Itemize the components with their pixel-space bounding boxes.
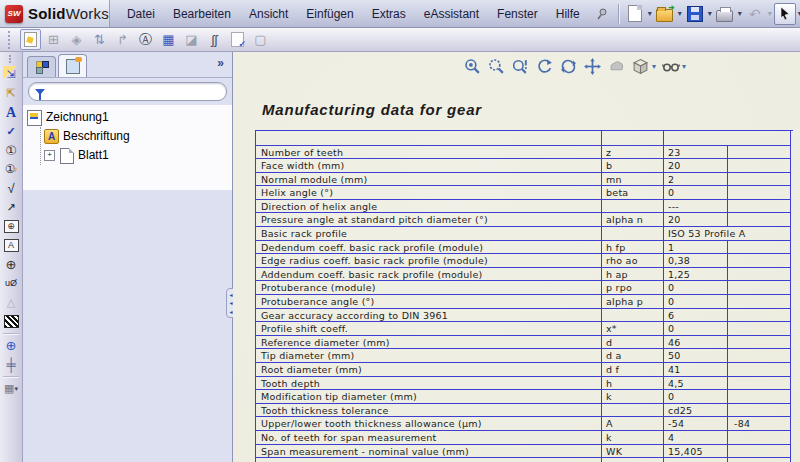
undo-dropdown[interactable]: ▾ (767, 9, 773, 18)
menu-ansicht[interactable]: Ansicht (240, 1, 297, 27)
drawing-toolbar: ⊞ ◈ ⇅ ↱ Ⓐ ▦ ◪ ʃʃ ▢ (0, 28, 800, 52)
smart-dimension-icon[interactable]: ⇲ (3, 66, 20, 83)
spell-checker-icon[interactable]: ✓ (3, 123, 20, 140)
geometric-tolerance-icon[interactable]: ⊕ (3, 218, 20, 235)
table-row: Direction of helix angle--- (256, 200, 793, 214)
table-cell: Profile shift coeff. (256, 322, 602, 336)
view-orientation-dropdown[interactable]: ▾ (652, 62, 656, 71)
standard-3-view-icon[interactable]: ▦ (158, 29, 179, 50)
menu-einfuegen[interactable]: Einfügen (297, 1, 362, 27)
datum-feature-icon[interactable]: A (3, 237, 20, 254)
section-view-icon[interactable]: ⇅ (89, 29, 110, 50)
break-view-icon[interactable]: ʃʃ (204, 29, 225, 50)
table-row: Reference diameter (mm)d46 (256, 336, 793, 350)
datum-target-icon[interactable]: ⊕ (3, 256, 20, 273)
view-orientation-icon[interactable] (631, 57, 650, 76)
auto-balloon-icon[interactable]: ①ϟ (3, 161, 20, 178)
centerline-icon[interactable]: ╪ (3, 356, 20, 373)
tree-item-beschriftung[interactable]: A Beschriftung (44, 127, 232, 146)
feature-tree: Zeichnung1 A Beschriftung + Blatt1 (23, 105, 232, 190)
zoom-to-fit-icon[interactable] (463, 57, 482, 76)
open-dropdown[interactable]: ▾ (677, 9, 683, 18)
pin-icon[interactable] (591, 3, 613, 25)
rotate-view-icon[interactable] (535, 57, 554, 76)
tree-item-blatt1[interactable]: + Blatt1 (44, 146, 232, 165)
3d-drawing-view-icon[interactable] (607, 57, 626, 76)
filter-bar[interactable] (28, 82, 227, 101)
menu-eassistant[interactable]: eAssistant (415, 1, 488, 27)
table-cell: Tip diameter (mm) (256, 349, 602, 363)
menu-hilfe[interactable]: Hilfe (547, 1, 589, 27)
detail-view-icon[interactable]: Ⓐ (135, 29, 156, 50)
standard-toolbar: ▾ ▾ ▾ ▾ ↶ ▾ ▾ (591, 0, 800, 27)
menu-extras[interactable]: Extras (363, 1, 415, 27)
table-cell: d f (602, 363, 664, 377)
toolbar-grip[interactable] (8, 31, 15, 49)
display-options-icon[interactable] (661, 57, 680, 76)
revision-symbol-icon[interactable]: △ (3, 294, 20, 311)
table-cell: Number of teeth (256, 146, 602, 160)
pan-icon[interactable] (583, 57, 602, 76)
new-document-dropdown[interactable]: ▾ (647, 9, 653, 18)
crop-view-icon[interactable] (227, 29, 248, 50)
open-icon[interactable] (654, 3, 676, 25)
table-cell: 46 (664, 336, 728, 350)
solidworks-window: SW SolidWorks Datei Bearbeiten Ansicht E… (0, 0, 800, 462)
rail-grip[interactable] (9, 55, 13, 63)
undo-icon[interactable]: ↶ (744, 3, 766, 25)
tables-icon[interactable]: ▦▾ (3, 380, 20, 397)
gear-table: Number of teethz23Face width (mm)b20Norm… (255, 130, 793, 462)
save-dropdown[interactable]: ▾ (707, 9, 713, 18)
balloon-icon[interactable]: ① (3, 142, 20, 159)
zoom-in-out-icon[interactable] (511, 57, 530, 76)
center-mark-icon[interactable]: ⊕ (3, 337, 20, 354)
tab-drawing-sheet[interactable] (58, 54, 87, 77)
table-row: Protuberance (module)p rpo0 (256, 281, 793, 295)
tab-featuremanager[interactable] (27, 56, 56, 77)
model-view-icon[interactable] (20, 29, 41, 50)
table-cell: x* (602, 322, 664, 336)
display-options-dropdown[interactable]: ▾ (682, 62, 686, 71)
menu-datei[interactable]: Datei (118, 1, 164, 27)
print-dropdown[interactable]: ▾ (737, 9, 743, 18)
menu-fenster[interactable]: Fenster (488, 1, 547, 27)
expand-plus-icon[interactable]: + (44, 150, 55, 161)
table-cell (728, 336, 791, 350)
chevron-expand-icon[interactable]: » (217, 56, 224, 70)
hole-callout-icon[interactable]: uØ (3, 275, 20, 292)
table-cell (728, 159, 791, 173)
table-cell: k (602, 390, 664, 404)
auxiliary-view-icon[interactable]: ◈ (66, 29, 87, 50)
table-cell: 23 (664, 146, 728, 160)
new-document-icon[interactable] (624, 3, 646, 25)
surface-finish-icon[interactable]: √ (3, 180, 20, 197)
graphics-area: ▾ ▾ Manufacturing data for gear Number o… (233, 52, 800, 462)
note-icon[interactable]: A (3, 104, 20, 121)
aligned-section-view-icon[interactable]: ↱ (112, 29, 133, 50)
menu-bearbeiten[interactable]: Bearbeiten (164, 1, 240, 27)
area-hatch-icon[interactable] (3, 313, 20, 330)
alternate-position-view-icon[interactable]: ▢ (250, 29, 271, 50)
select-cursor-icon[interactable] (774, 3, 796, 25)
broken-out-section-icon[interactable]: ◪ (181, 29, 202, 50)
redraw-icon[interactable] (559, 57, 578, 76)
save-icon[interactable] (684, 3, 706, 25)
table-cell: 20 (664, 159, 728, 173)
model-items-icon[interactable]: ⇱ (3, 85, 20, 102)
table-cell: k (602, 431, 664, 445)
table-row: Edge radius coeff. basic rack profile (m… (256, 254, 793, 268)
print-icon[interactable] (714, 3, 736, 25)
zoom-to-area-icon[interactable] (487, 57, 506, 76)
projected-view-icon[interactable]: ⊞ (43, 29, 64, 50)
table-row: Basic rack profileISO 53 Profile A (256, 227, 793, 241)
weld-symbol-icon[interactable]: ↗ (3, 199, 20, 216)
table-cell (602, 404, 664, 418)
table-cell (728, 445, 791, 459)
table-cell (728, 281, 791, 295)
table-cell (728, 268, 791, 282)
tree-item-zeichnung1[interactable]: Zeichnung1 (27, 108, 232, 127)
table-cell: h fp (602, 241, 664, 255)
table-cell: alpha n (602, 213, 664, 227)
table-cell: Span measurement - nominal value (mm) (256, 445, 602, 459)
table-cell: 4 (664, 431, 728, 445)
